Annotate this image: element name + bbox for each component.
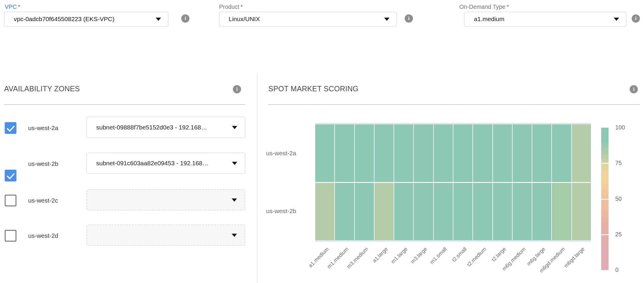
on-demand-type-select-value: a1.medium — [474, 16, 614, 23]
vpc-select-value: vpc-0adcb70f645508223 (EKS-VPC) — [14, 16, 156, 23]
availability-zones-title: AVAILABILITY ZONES — [4, 85, 80, 93]
heatmap-cell[interactable] — [355, 124, 374, 182]
on-demand-type-select[interactable]: a1.medium — [464, 12, 626, 26]
heatmap-cell[interactable] — [374, 183, 394, 240]
heatmap-cell[interactable] — [414, 124, 433, 182]
heatmap-xlabel-t2.small: t2.small — [428, 246, 468, 283]
heatmap-cell[interactable] — [394, 183, 413, 240]
heatmap-cell[interactable] — [572, 183, 591, 240]
heatmap-cell[interactable] — [532, 183, 551, 240]
heatmap-ylabel-us-west-2b: us-west-2b — [252, 208, 296, 215]
heatmap-cell[interactable] — [493, 124, 512, 182]
heatmap-cell[interactable] — [552, 183, 571, 240]
heatmap-xlabel-m3.medium: m3.medium — [330, 246, 370, 283]
subnet-select-us-west-2d[interactable] — [87, 225, 245, 246]
on-demand-type-field-label: On-Demand Type* — [459, 4, 509, 10]
vpc-field-label: VPC* — [5, 4, 20, 10]
chevron-down-icon — [614, 18, 619, 21]
subnet-select-value-us-west-2b: subnet-091c603aa82e09453 - 192.168… — [96, 160, 232, 167]
product-info-icon[interactable]: i — [405, 14, 413, 23]
heatmap-cell[interactable] — [315, 124, 334, 182]
spot-configuration-page: { "fields": [ { "id": "vpc", "label": "V… — [0, 0, 644, 283]
heatmap-xlabel-a1.large: a1.large — [350, 246, 389, 283]
heatmap-cell[interactable] — [572, 124, 591, 182]
chevron-down-icon — [232, 162, 237, 165]
heatmap-cell[interactable] — [453, 124, 472, 182]
heatmap-grid — [315, 124, 591, 240]
heatmap-cell[interactable] — [335, 124, 354, 182]
colorbar-tick-gap — [601, 234, 609, 235]
az-checkbox-us-west-2c[interactable] — [5, 195, 16, 206]
heatmap-cell[interactable] — [552, 124, 571, 182]
heatmap-cell[interactable] — [513, 124, 532, 182]
az-zone-label-us-west-2c: us-west-2c — [28, 195, 58, 206]
heatmap-cell[interactable] — [493, 183, 512, 240]
spot-market-divider — [268, 104, 640, 105]
subnet-select-value-us-west-2a: subnet-09888f7be5152d0e3 - 192.168… — [96, 124, 232, 131]
checkmark-icon — [7, 123, 15, 132]
colorbar-tick-label-50: 50 — [615, 196, 622, 202]
heatmap-cell[interactable] — [532, 124, 551, 182]
spot-market-scoring-title: SPOT MARKET SCORING — [268, 85, 359, 93]
heatmap-cell[interactable] — [374, 124, 394, 182]
heatmap-cell[interactable] — [434, 124, 453, 182]
chevron-down-icon — [232, 234, 237, 237]
product-select-value: Linux/UNIX — [229, 16, 384, 23]
heatmap-cell[interactable] — [473, 183, 492, 240]
az-checkbox-us-west-2b[interactable] — [5, 170, 16, 181]
heatmap-xlabel-m1.medium: m1.medium — [310, 246, 350, 283]
colorbar-tick-label-75: 75 — [615, 160, 622, 166]
vpc-select[interactable]: vpc-0adcb70f645508223 (EKS-VPC) — [4, 12, 168, 26]
chevron-down-icon — [384, 18, 389, 21]
checkmark-icon — [7, 171, 15, 179]
az-zone-label-us-west-2b: us-west-2b — [28, 158, 58, 170]
product-select[interactable]: Linux/UNIX — [219, 12, 397, 26]
colorbar-tick-label-0: 0 — [615, 267, 618, 273]
heatmap-xlabel-a1.medium: a1.medium — [290, 246, 330, 283]
product-field-label: Product* — [219, 4, 243, 10]
heatmap-cell[interactable] — [394, 124, 413, 182]
heatmap-cell[interactable] — [335, 183, 354, 240]
subnet-select-us-west-2c[interactable] — [87, 189, 245, 210]
on-demand-required-asterisk: * — [507, 4, 509, 10]
panel-divider — [257, 73, 257, 283]
heatmap-cell[interactable] — [315, 183, 334, 240]
heatmap-ylabel-us-west-2a: us-west-2a — [252, 150, 296, 157]
vpc-info-icon[interactable]: i — [181, 14, 189, 23]
az-zone-label-us-west-2a: us-west-2a — [28, 122, 58, 134]
heatmap-xlabel-m6gd.medium: m6gd.medium — [527, 246, 566, 283]
heatmap-xlabel-m1.small: m1.small — [409, 246, 448, 283]
heatmap-xlabel-m3.large: m3.large — [389, 246, 428, 283]
az-checkbox-us-west-2a[interactable] — [5, 122, 16, 134]
heatmap-xlabel-m1.large: m1.large — [369, 246, 409, 283]
heatmap-xlabel-m6g.large: m6g.large — [507, 246, 547, 283]
colorbar-tick-gap — [601, 163, 609, 164]
az-checkbox-us-west-2d[interactable] — [5, 230, 16, 242]
chevron-down-icon — [156, 18, 161, 21]
az-zone-label-us-west-2d: us-west-2d — [28, 230, 58, 242]
heatmap-cell[interactable] — [453, 183, 472, 240]
chevron-down-icon — [232, 126, 237, 129]
heatmap-cell[interactable] — [513, 183, 532, 240]
chevron-down-icon — [232, 198, 237, 202]
heatmap-cell[interactable] — [414, 183, 433, 240]
vpc-required-asterisk: * — [18, 4, 20, 10]
colorbar-tick-label-100: 100 — [615, 124, 625, 131]
heatmap-cell[interactable] — [434, 183, 453, 240]
subnet-select-us-west-2a[interactable]: subnet-09888f7be5152d0e3 - 192.168… — [87, 117, 245, 138]
availability-zones-divider — [4, 104, 245, 105]
subnet-select-us-west-2b[interactable]: subnet-091c603aa82e09453 - 192.168… — [87, 153, 245, 174]
heatmap-bottom-edge — [315, 240, 591, 242]
heatmap-cell[interactable] — [473, 124, 492, 182]
heatmap-cell[interactable] — [355, 183, 374, 240]
heatmap-xlabel-t2.medium: t2.medium — [448, 246, 487, 283]
colorbar-tick-label-25: 25 — [615, 231, 622, 238]
heatmap-xlabel-m6gd.large: m6gd.large — [546, 246, 586, 283]
availability-zones-info-icon[interactable]: i — [233, 85, 241, 93]
colorbar-tick-gap — [601, 199, 609, 200]
heatmap-xlabel-t2.large: t2.large — [468, 246, 507, 283]
spot-market-info-icon[interactable]: i — [630, 85, 638, 93]
product-required-asterisk: * — [240, 4, 243, 10]
colorbar — [601, 128, 609, 270]
on-demand-info-icon[interactable]: i — [632, 14, 640, 23]
